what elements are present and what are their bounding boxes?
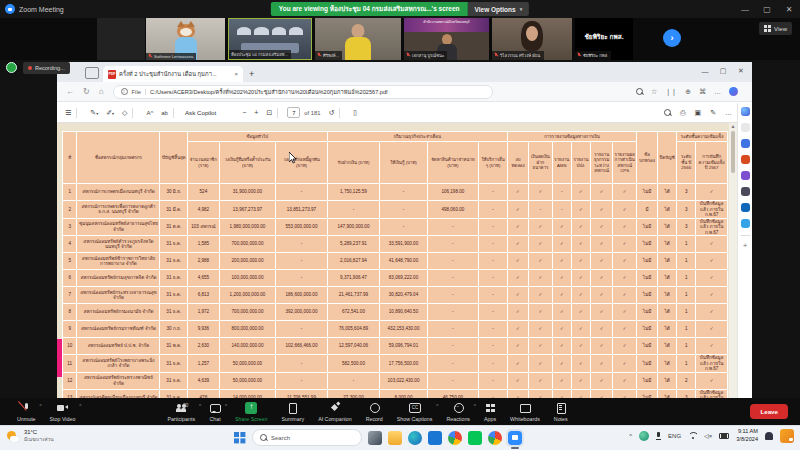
toolbox-icon[interactable] [741,155,750,164]
tray-mic-icon[interactable] [656,432,661,440]
participant-name-label: วิไลวรรณ ศรีวงษ์ ฝบน. [492,51,544,60]
pdf-more-icon[interactable]: … [725,109,732,116]
language-indicator[interactable]: ENG [668,433,681,439]
tray-recorder-icon[interactable] [780,429,794,443]
leave-button[interactable]: Leave [750,404,788,419]
browser-minimize-button[interactable]: — [696,62,714,80]
table-cell: ✓ [529,218,553,236]
edge-icon[interactable] [408,431,422,445]
scroll-up-icon[interactable]: ▲ [729,123,737,129]
read-aloud-icon[interactable]: A^ [146,110,153,116]
save-icon[interactable]: ▣ [695,109,702,117]
chat-button[interactable]: Chat^ [202,402,228,422]
participant-video[interactable]: วิไลวรรณ ศรีวงษ์ ฝบน. [492,18,572,60]
rotate-icon[interactable]: ↺ [328,109,334,117]
page-view-icon[interactable]: ▯ [353,109,357,117]
file-explorer-icon[interactable] [388,431,402,445]
notes-button[interactable]: Notes [547,402,575,422]
print-icon[interactable]: ⎙ [680,109,686,117]
toc-icon[interactable]: ☰ [65,109,71,117]
tray-expand-icon[interactable]: ^ [629,433,632,439]
participant-video[interactable]: Suthinee Lertwasana [146,18,225,60]
zoom-out-icon[interactable]: − [242,109,246,116]
browser-maximize-button[interactable]: ▢ [714,62,732,80]
games-icon[interactable] [741,171,750,180]
outlook-icon[interactable] [741,203,750,212]
reactions-button[interactable]: Reactions^ [439,402,477,422]
task-view-button[interactable] [368,431,382,445]
stop-video-button[interactable]: Stop Video^ [43,402,83,422]
highlighter-icon[interactable]: ✎▾ [90,109,98,117]
tray-app-icon[interactable] [639,431,649,441]
url-field[interactable]: i File C:/Users/ACER3/Desktop/ครั้งที่%2… [113,85,493,99]
chrome-icon[interactable] [448,431,462,445]
new-tab-button[interactable]: + [249,69,254,79]
maximize-button[interactable]: ▢ [756,0,778,18]
next-participants-button[interactable]: › [663,29,681,47]
unmute-button[interactable]: Unmute^ [10,402,43,422]
fit-page-icon[interactable]: ⊡ [266,109,272,117]
add-icon[interactable]: + [743,243,748,249]
ai-companion-button[interactable]: AI Companion [311,402,359,422]
favorite-star-icon[interactable]: ☆ [651,88,657,96]
ask-copilot-button[interactable]: Ask Copilot [185,109,216,116]
participant-video[interactable] [97,18,145,60]
text-tools-icon[interactable]: ab [161,110,168,116]
close-button[interactable]: ✕ [778,0,800,18]
line-icon[interactable] [468,431,482,445]
annotation-dot-icon[interactable] [6,62,17,73]
show-captions-button[interactable]: Show Captions^ [390,402,440,422]
browser-profile-avatar[interactable] [729,87,738,96]
participants-button[interactable]: Participants^20 [160,402,202,422]
participant-video[interactable]: สำนักงานสหกรณ์จังหวัดนนทบุรีเอกสานุ บูรณ… [404,18,489,60]
refresh-icon[interactable]: ↻ [83,87,90,96]
split-screen-icon[interactable]: ❘❘ [665,88,677,96]
weather-widget[interactable]: 31°C มีเมฆบางส่วน [7,429,54,443]
table-cell: 50,000,000.00 [219,372,276,389]
participant-video[interactable]: ศิริพงษ์... [315,18,401,60]
zoom-search-icon[interactable] [636,88,643,95]
chrome-profile-icon[interactable] [488,431,502,445]
extensions-icon[interactable]: ⌘ [699,88,706,96]
home-icon[interactable]: ⌂ [99,87,104,96]
search-icon[interactable] [741,123,750,132]
minimize-button[interactable]: — [734,0,756,18]
notification-bell-icon[interactable] [765,432,773,440]
start-button[interactable] [234,432,246,444]
apps-button[interactable]: Apps [477,402,503,422]
settings-wheel-icon[interactable] [741,187,750,196]
annotate-save-icon[interactable]: ✎ [710,109,716,117]
more-menu-icon[interactable]: … [714,88,721,95]
browser-close-button[interactable]: ✕ [732,62,750,80]
copilot-icon[interactable] [741,107,750,116]
store-icon[interactable] [428,431,442,445]
collections-icon[interactable]: ⊕ [685,88,691,96]
speaker-muted-icon[interactable]: ◁× [704,432,712,439]
drop-icon[interactable] [741,219,750,228]
summary-button[interactable]: Summary [274,402,311,422]
tab-close-icon[interactable]: × [234,71,238,77]
shopping-tag-icon[interactable] [741,139,750,148]
clock[interactable]: 9:11 AM 3/8/2024 [736,428,758,443]
share-screen-button[interactable]: Share Screen [228,402,274,422]
tab-actions-icon[interactable] [85,67,99,79]
whiteboards-button[interactable]: Whiteboards [503,402,547,422]
pen-icon[interactable]: ✐▾ [106,109,114,117]
taskbar-search[interactable]: Search [252,429,362,446]
view-options-button[interactable]: View Options▾ [468,2,530,16]
pdf-search-icon[interactable] [664,109,671,116]
participant-video[interactable]: ห้องประชุม 04 กรมส่งเสริมสห... [228,18,312,60]
scrollbar-thumb[interactable] [731,131,735,173]
wifi-icon[interactable] [688,432,697,439]
zoom-app-icon[interactable] [508,431,522,445]
info-icon[interactable]: i [121,88,128,95]
view-layout-button[interactable]: View [759,22,792,35]
record-button[interactable]: Record [359,402,390,422]
back-icon[interactable]: ← [66,87,74,96]
eraser-icon[interactable]: ◇ [122,109,127,117]
zoom-in-icon[interactable]: + [254,109,258,116]
page-number-input[interactable]: 7 [287,107,300,118]
browser-tab[interactable]: PDF ครั้งที่ 2 ประชุมสำนักงาน เดือน กุมภ… [103,66,243,82]
pdf-scrollbar[interactable]: ▲ [729,123,737,398]
participant-video[interactable]: ชัยพิริยะ กพส.ชัยพิริยะ กพส. [575,18,633,60]
